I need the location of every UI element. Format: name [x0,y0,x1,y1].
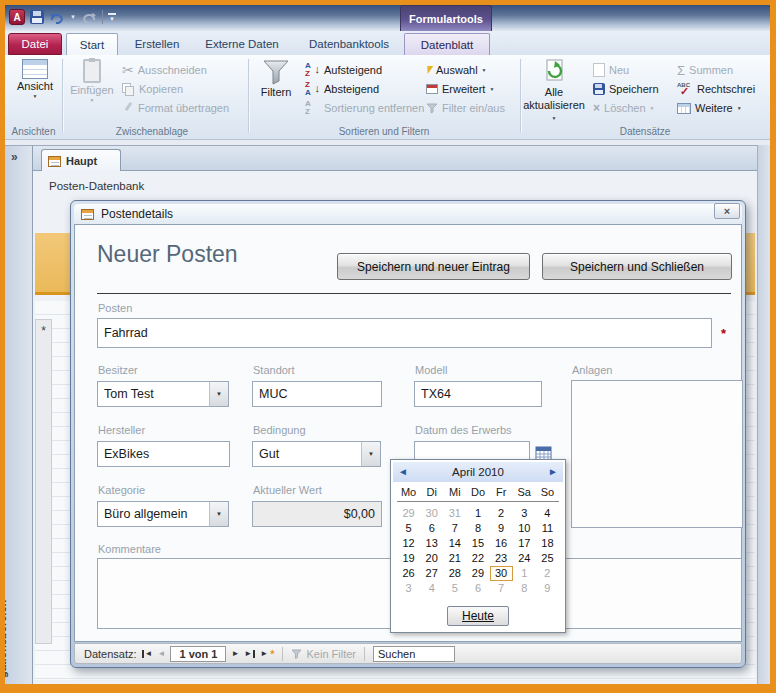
dialog-title-bar[interactable]: Postendetails [74,204,742,224]
tab-datenbanktools[interactable]: Datenbanktools [295,33,403,55]
calendar-day[interactable]: 12 [397,536,420,551]
first-record-button[interactable]: ◄ [142,649,153,658]
format-painter-button[interactable]: Format übertragen [122,99,229,117]
calendar-next-month-icon[interactable]: ► [548,466,558,477]
calendar-day[interactable]: 6 [420,521,443,536]
tab-datei[interactable]: Datei [8,33,62,55]
view-button[interactable]: Ansicht ▼ [11,59,59,127]
calendar-day[interactable]: 23 [490,551,513,566]
filter-button[interactable]: Filtern [253,59,299,127]
calendar-day[interactable]: 16 [490,536,513,551]
calendar-day[interactable]: 4 [536,506,559,521]
sort-descending-button[interactable]: ZA↓ Absteigend [305,80,379,98]
save-and-new-button[interactable]: Speichern und neuer Eintrag [337,253,530,280]
calendar-day[interactable]: 9 [490,521,513,536]
next-record-button[interactable]: ► [231,649,239,658]
standort-field[interactable] [252,381,382,407]
calendar-day[interactable]: 31 [443,506,466,521]
calendar-day[interactable]: 5 [397,521,420,536]
right-scroll-strip[interactable] [757,145,770,684]
calendar-day[interactable]: 6 [466,581,489,596]
calendar-day[interactable]: 1 [466,506,489,521]
cut-button[interactable]: ✂Ausschneiden [122,61,207,79]
remove-sort-button[interactable]: AZ Sortierung entfernen [305,99,424,117]
record-search-input[interactable] [373,646,455,662]
advanced-filter-button[interactable]: Erweitert▼ [426,80,494,98]
bedingung-combobox[interactable]: Gut [252,441,362,467]
calendar-day[interactable]: 10 [513,521,536,536]
calendar-day[interactable]: 30 [420,506,443,521]
today-button[interactable]: Heute [447,606,509,626]
anlagen-attachment-box[interactable] [571,380,743,528]
document-tab-haupt[interactable]: Haupt [41,149,121,172]
expand-nav-pane-icon[interactable]: » [11,150,18,164]
filter-status[interactable]: Kein Filter [291,648,356,660]
calendar-day[interactable]: 4 [420,581,443,596]
more-button[interactable]: Weitere ▼ [677,99,742,117]
calendar-day[interactable]: 9 [536,581,559,596]
toggle-filter-button[interactable]: Filter ein/aus [426,99,505,117]
calendar-day[interactable]: 7 [443,521,466,536]
wert-field[interactable]: $0,00 [252,501,382,527]
access-app-icon[interactable]: A [9,9,25,25]
undo-dropdown-icon[interactable]: ▼ [70,14,76,20]
record-position-box[interactable]: 1 von 1 [170,646,226,662]
new-blank-record-button[interactable]: ►* [260,648,274,660]
calendar-day[interactable]: 30 [490,566,513,581]
calendar-day[interactable]: 2 [536,566,559,581]
new-record-button[interactable]: Neu [593,61,629,79]
calendar-day[interactable]: 17 [513,536,536,551]
calendar-day[interactable]: 11 [536,521,559,536]
navigation-pane-collapsed[interactable]: » gationsbereich [5,145,33,684]
copy-button[interactable]: Kopieren [122,80,183,98]
calendar-day[interactable]: 22 [466,551,489,566]
bedingung-dropdown-button[interactable]: ▼ [361,441,381,467]
calendar-day[interactable]: 7 [490,581,513,596]
refresh-all-button[interactable]: Alle aktualisieren ▼ [525,59,583,127]
calendar-day[interactable]: 25 [536,551,559,566]
calendar-day[interactable]: 20 [420,551,443,566]
besitzer-combobox[interactable]: Tom Test [97,381,210,407]
calendar-day[interactable]: 1 [513,566,536,581]
calendar-day[interactable]: 19 [397,551,420,566]
save-and-close-button[interactable]: Speichern und Schließen [542,253,732,280]
totals-button[interactable]: ΣSummen [677,61,733,79]
calendar-day[interactable]: 29 [397,506,420,521]
calendar-day[interactable]: 8 [466,521,489,536]
selection-filter-button[interactable]: Auswahl▼ [426,61,487,79]
calendar-day[interactable]: 3 [513,506,536,521]
paste-button[interactable]: Einfügen ▼ [68,59,116,127]
calendar-day[interactable]: 29 [466,566,489,581]
kategorie-dropdown-button[interactable]: ▼ [209,501,229,527]
calendar-day[interactable]: 15 [466,536,489,551]
calendar-day[interactable]: 18 [536,536,559,551]
undo-icon[interactable] [49,11,65,24]
calendar-day[interactable]: 24 [513,551,536,566]
calendar-day[interactable]: 13 [420,536,443,551]
delete-record-button[interactable]: ×Löschen ▼ [593,99,655,117]
kategorie-combobox[interactable]: Büro allgemein [97,501,210,527]
tab-start[interactable]: Start [66,33,118,55]
calendar-day[interactable]: 8 [513,581,536,596]
tab-externe-daten[interactable]: Externe Daten [197,33,287,55]
calendar-day[interactable]: 21 [443,551,466,566]
posten-field[interactable] [97,318,712,348]
last-record-button[interactable]: ► [244,649,255,658]
calendar-day[interactable]: 2 [490,506,513,521]
calendar-prev-month-icon[interactable]: ◄ [398,466,408,477]
tab-datenblatt[interactable]: Datenblatt [404,33,490,55]
save-icon[interactable] [30,10,44,24]
calendar-day[interactable]: 26 [397,566,420,581]
calendar-day[interactable]: 27 [420,566,443,581]
redo-icon[interactable] [81,11,97,24]
calendar-day[interactable]: 28 [443,566,466,581]
besitzer-dropdown-button[interactable]: ▼ [209,381,229,407]
spelling-button[interactable]: ABC✓ Rechtschrei [677,80,755,98]
save-record-button[interactable]: Speichern [593,80,659,98]
modell-field[interactable] [414,381,542,407]
calendar-day[interactable]: 3 [397,581,420,596]
tab-erstellen[interactable]: Erstellen [125,33,189,55]
hersteller-field[interactable] [97,441,230,467]
previous-record-button[interactable]: ◄ [158,649,166,658]
calendar-day[interactable]: 14 [443,536,466,551]
